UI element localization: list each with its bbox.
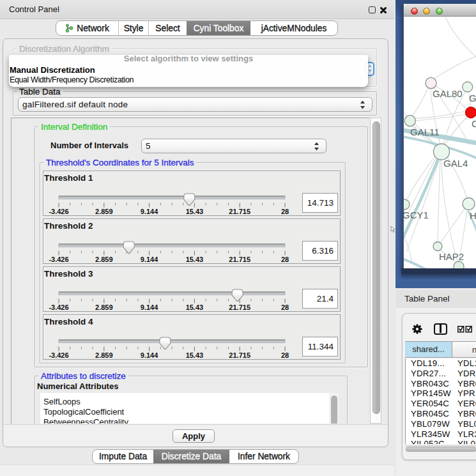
svg-text:15.43: 15.43 — [186, 208, 204, 215]
svg-text:21.715: 21.715 — [229, 208, 250, 215]
svg-text:HAP2: HAP2 — [439, 251, 464, 262]
svg-text:28: 28 — [281, 351, 289, 359]
svg-text:21.715: 21.715 — [229, 351, 250, 359]
svg-text:2.859: 2.859 — [95, 256, 113, 263]
svg-text:GAL80: GAL80 — [433, 88, 463, 99]
svg-text:-3.426: -3.426 — [49, 256, 68, 263]
svg-text:2.859: 2.859 — [95, 208, 113, 215]
svg-text:9.144: 9.144 — [141, 256, 158, 263]
svg-text:28: 28 — [281, 208, 289, 215]
svg-text:15.43: 15.43 — [186, 351, 204, 359]
svg-text:2.859: 2.859 — [95, 351, 113, 359]
svg-text:GAL11: GAL11 — [410, 127, 440, 137]
svg-text:28: 28 — [281, 256, 289, 263]
svg-text:GAL4: GAL4 — [443, 158, 468, 169]
svg-text:GCY1: GCY1 — [404, 210, 429, 220]
svg-text:21.715: 21.715 — [229, 256, 250, 263]
svg-text:CDC2: CDC2 — [472, 118, 476, 129]
svg-text:9.144: 9.144 — [141, 208, 158, 215]
svg-text:9.144: 9.144 — [141, 303, 158, 311]
svg-text:9.144: 9.144 — [141, 351, 158, 359]
svg-text:-3.426: -3.426 — [49, 208, 68, 215]
svg-text:15.43: 15.43 — [186, 256, 204, 263]
svg-text:-3.426: -3.426 — [49, 303, 68, 311]
svg-text:28: 28 — [281, 303, 289, 311]
svg-text:15.43: 15.43 — [186, 303, 204, 311]
svg-text:HIS5: HIS5 — [470, 210, 476, 221]
svg-text:GAL7: GAL7 — [469, 93, 476, 104]
svg-text:21.715: 21.715 — [229, 303, 250, 311]
svg-text:2.859: 2.859 — [95, 303, 113, 311]
svg-text:-3.426: -3.426 — [49, 351, 68, 359]
